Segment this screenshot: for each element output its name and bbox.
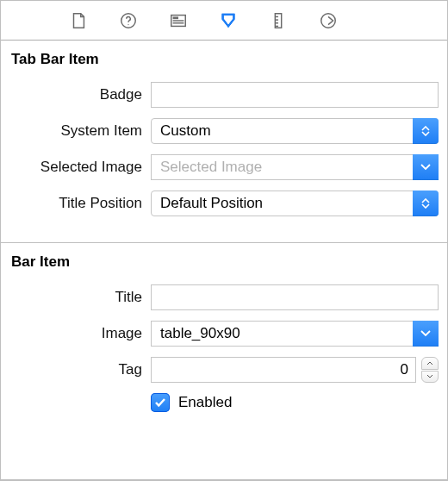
size-inspector-icon[interactable] (268, 10, 289, 31)
svg-rect-3 (173, 16, 178, 19)
system-item-value: Custom (160, 122, 211, 140)
divider (1, 479, 447, 480)
help-inspector-icon[interactable] (118, 10, 139, 31)
chevron-down-icon (413, 154, 439, 180)
image-combo[interactable]: table_90x90 (151, 321, 439, 347)
title-position-value: Default Position (160, 195, 263, 212)
title-input[interactable] (151, 284, 439, 310)
section-tab-bar-item: Tab Bar Item Badge System Item Custom Se… (1, 41, 447, 242)
svg-point-1 (128, 23, 128, 24)
stepper-up-icon[interactable] (421, 357, 439, 370)
selected-image-label: Selected Image (9, 159, 151, 176)
inspector-tab-bar (1, 1, 447, 41)
updown-icon (413, 118, 439, 144)
chevron-down-icon (413, 321, 439, 347)
title-position-label: Title Position (9, 195, 151, 212)
stepper-down-icon[interactable] (421, 371, 439, 384)
attributes-inspector-icon[interactable] (218, 10, 239, 31)
section-title: Bar Item (9, 250, 439, 279)
system-item-popup[interactable]: Custom (151, 118, 439, 144)
enabled-label: Enabled (178, 394, 232, 411)
selected-image-placeholder: Selected Image (160, 159, 262, 176)
identity-inspector-icon[interactable] (168, 10, 189, 31)
updown-icon (413, 191, 439, 216)
image-label: Image (9, 325, 151, 342)
file-inspector-icon[interactable] (68, 10, 89, 31)
badge-input[interactable] (151, 82, 439, 108)
badge-label: Badge (9, 86, 151, 103)
tag-label: Tag (9, 361, 151, 378)
tag-input[interactable] (151, 357, 416, 383)
title-position-popup[interactable]: Default Position (151, 191, 439, 216)
tag-stepper[interactable] (421, 357, 439, 383)
title-label: Title (9, 289, 151, 306)
selected-image-combo[interactable]: Selected Image (151, 154, 439, 180)
connections-inspector-icon[interactable] (318, 10, 339, 31)
image-value: table_90x90 (160, 325, 240, 342)
section-bar-item: Bar Item Title Image table_90x90 Tag (1, 243, 447, 438)
system-item-label: System Item (9, 122, 151, 140)
section-title: Tab Bar Item (9, 47, 439, 77)
enabled-checkbox[interactable] (151, 393, 170, 412)
